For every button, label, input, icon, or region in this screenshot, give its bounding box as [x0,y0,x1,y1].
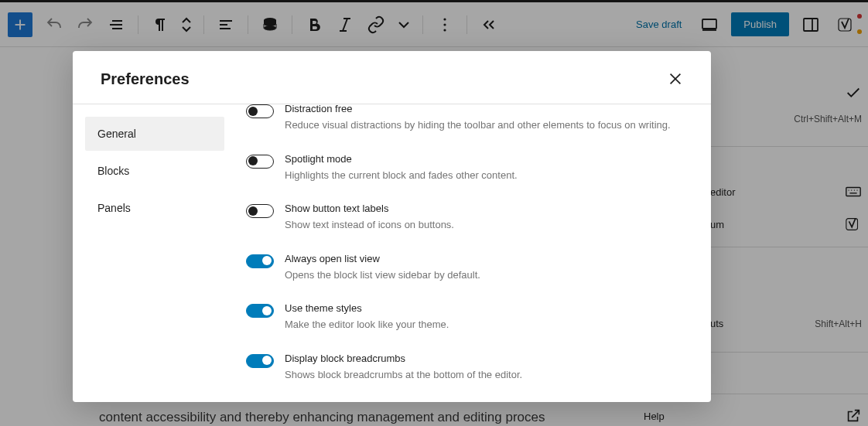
panel-divider [710,247,868,247]
modal-header: Preferences [73,51,711,104]
bold-button[interactable] [300,11,328,39]
toggle-switch[interactable] [246,104,274,118]
toggle-switch[interactable] [246,204,274,218]
collapse-toolbar-button[interactable] [475,11,503,39]
paragraph-icon[interactable] [146,11,174,39]
separator [422,15,423,34]
shortcut-text: Ctrl+Shift+Alt+M [794,114,862,124]
editor-toolbar: Save draft Publish [0,0,868,46]
list-view-button[interactable] [102,11,130,39]
preferences-modal: Preferences General Blocks Panels Distra… [73,51,711,402]
preference-label: Display block breadcrumbs [285,353,682,364]
toggle-switch[interactable] [246,155,274,169]
shortcut-text: Shift+Alt+H [815,319,862,329]
options-button[interactable] [431,11,459,39]
yoast-small-icon [845,216,862,233]
panel-row-um[interactable]: um [710,216,868,233]
svg-rect-18 [804,19,818,31]
preference-row: Use theme stylesMake the editor look lik… [246,295,697,345]
preference-row: Spotlight modeHighlights the current blo… [246,145,697,196]
preference-text: Distraction freeReduce visual distractio… [285,104,697,133]
align-button[interactable] [212,11,240,39]
panel-label-fragment: um [710,219,724,230]
preference-row: Show button text labelsShow text instead… [246,195,697,245]
help-label: Help [644,411,665,422]
panel-row-uts[interactable]: uts Shift+Alt+H [710,318,868,329]
undo-button[interactable] [40,11,68,39]
svg-point-13 [443,18,446,20]
separator [466,15,467,34]
preference-text: Show button text labelsShow text instead… [285,203,697,233]
svg-point-9 [264,26,276,30]
toggle-switch[interactable] [246,354,274,368]
tab-blocks[interactable]: Blocks [85,154,224,188]
preference-text: Always open list viewOpens the block lis… [285,253,697,283]
add-block-button[interactable] [8,12,32,37]
panel-row-editor[interactable]: editor [710,183,868,200]
link-button[interactable] [362,11,390,39]
svg-rect-21 [846,188,860,196]
preview-button[interactable] [695,11,723,39]
database-icon[interactable] [256,11,284,39]
separator [203,15,204,34]
preference-row: Always open list viewOpens the block lis… [246,245,697,295]
tab-general[interactable]: General [85,117,224,151]
settings-sidebar-button[interactable] [797,11,825,39]
preference-label: Spotlight mode [285,153,682,165]
external-link-icon [845,407,862,424]
more-rich-text-button[interactable] [393,11,415,39]
keyboard-icon [845,183,862,200]
preference-description: Show text instead of icons on buttons. [285,217,682,233]
preference-description: Reduce visual distractions by hiding the… [285,118,682,133]
toggle-switch[interactable] [246,304,274,318]
preference-text: Use theme stylesMake the editor look lik… [285,302,697,332]
svg-point-14 [443,23,446,26]
preference-label: Use theme styles [285,302,682,314]
panel-label-fragment: editor [710,186,736,198]
preference-description: Highlights the current block and fades o… [285,168,682,183]
preference-description: Shows block breadcrumbs at the bottom of… [285,367,682,383]
yoast-icon[interactable] [832,11,860,39]
panel-divider [710,146,868,147]
modal-title: Preferences [101,70,190,88]
preference-label: Always open list view [285,253,682,264]
close-icon [667,70,684,87]
preferences-list: Distraction freeReduce visual distractio… [224,104,711,402]
preference-label: Distraction free [285,104,682,114]
redo-button[interactable] [71,11,99,39]
preference-text: Display block breadcrumbsShows block bre… [285,353,697,383]
panel-row-check[interactable] [710,84,868,101]
toggle-switch[interactable] [246,254,274,268]
preference-description: Make the editor look like your theme. [285,317,682,332]
svg-rect-16 [702,19,716,29]
preference-description: Opens the block list view sidebar by def… [285,268,682,283]
tab-panels[interactable]: Panels [85,191,224,225]
preference-row: Display block breadcrumbsShows block bre… [246,345,697,395]
svg-point-15 [443,29,446,31]
panel-label-fragment: uts [710,318,723,329]
preference-label: Show button text labels [285,203,682,214]
panel-row-shortcut1[interactable]: Ctrl+Shift+Alt+M [710,114,868,124]
preference-text: Spotlight modeHighlights the current blo… [285,153,697,183]
modal-tabs: General Blocks Panels [73,104,224,402]
svg-line-12 [343,19,347,31]
panel-divider [710,352,868,353]
transform-button[interactable] [177,11,196,39]
close-button[interactable] [665,68,686,90]
panel-row-help[interactable]: Help [627,407,868,424]
toolbar-right: Save draft Publish [630,11,860,39]
preference-row: Distraction freeReduce visual distractio… [246,104,697,145]
save-draft-button[interactable]: Save draft [630,14,688,35]
italic-button[interactable] [331,11,359,39]
separator [292,15,292,34]
separator [248,15,248,34]
document-text: content accessibility and thereby enhanc… [99,407,625,426]
publish-button[interactable]: Publish [731,12,789,36]
separator [138,15,138,34]
